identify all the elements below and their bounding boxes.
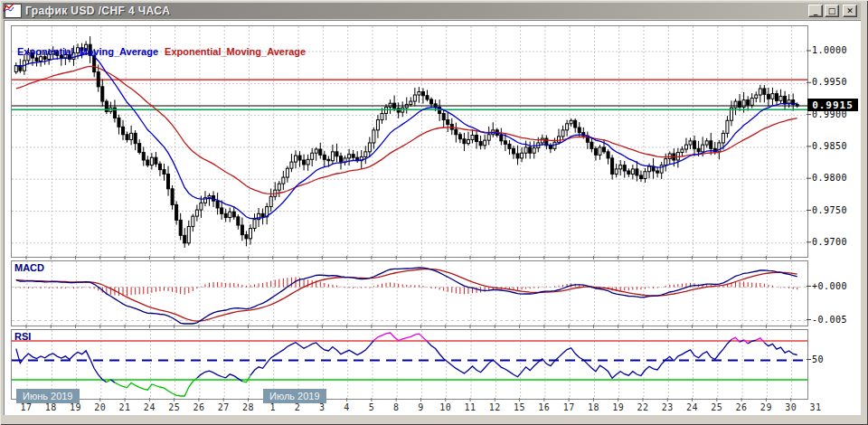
macd-panel[interactable] (11, 260, 808, 326)
date-label: 17 (20, 402, 32, 412)
date-label: 1 (270, 402, 277, 412)
date-label: 24 (144, 402, 156, 412)
month-label-july: Июль 2019 (263, 389, 326, 403)
macd-label: MACD (14, 262, 44, 273)
date-label: 16 (538, 402, 550, 412)
price-tick-label: 0.9800 (812, 173, 847, 183)
current-price-badge: 0.9915 (807, 99, 858, 111)
macd-tick-label: +0.000 (812, 281, 847, 291)
date-label: 5 (369, 402, 375, 412)
price-chart-panel[interactable] (11, 25, 808, 258)
date-label: 28 (242, 402, 254, 412)
date-label: 25 (711, 402, 722, 412)
price-tick-label: 0.9700 (812, 237, 847, 247)
ema-fast-label: Exponential_Moving_Average (17, 46, 158, 57)
date-label: 29 (760, 402, 772, 412)
date-label: 25 (168, 402, 180, 412)
date-label: 19 (70, 402, 81, 412)
chart-window: График USD /CHF 4 ЧАСА _ □ ✕ Exponential… (0, 0, 868, 425)
macd-tick-label: -0.005 (812, 315, 847, 325)
indicator-legend: Exponential_Moving_AverageExponential_Mo… (17, 46, 306, 57)
date-label: 2 (295, 402, 301, 412)
price-tick-label: 1.0000 (812, 45, 847, 55)
date-label: 24 (686, 402, 698, 412)
date-label: 26 (193, 402, 204, 412)
price-tick-label: 0.9950 (812, 77, 847, 87)
date-label: 3 (319, 402, 326, 412)
close-button[interactable]: ✕ (843, 5, 857, 17)
date-label: 21 (119, 402, 131, 412)
date-label: 20 (94, 402, 106, 412)
date-label: 18 (45, 402, 57, 412)
date-label: 22 (637, 402, 648, 412)
rsi-label: RSI (14, 331, 31, 342)
date-label: 30 (785, 402, 797, 412)
price-tick-label: 0.9850 (812, 141, 847, 151)
date-label: 27 (218, 402, 230, 412)
price-tick-label: 0.9750 (812, 205, 847, 215)
rsi-tick-label: 50 (812, 354, 824, 364)
date-label: 23 (662, 402, 674, 412)
date-label: 11 (465, 402, 476, 412)
ema-slow-label: Exponential_Moving_Average (165, 46, 306, 57)
title-bar[interactable]: График USD /CHF 4 ЧАСА _ □ ✕ (3, 3, 861, 19)
date-label: 18 (588, 402, 599, 412)
date-label: 26 (736, 402, 748, 412)
rsi-panel[interactable] (11, 329, 808, 400)
date-label: 15 (514, 402, 525, 412)
date-label: 17 (563, 402, 575, 412)
date-label: 12 (489, 402, 501, 412)
date-label: 19 (612, 402, 624, 412)
chart-icon (5, 4, 22, 18)
month-label-june: Июнь 2019 (16, 389, 80, 403)
date-label: 9 (418, 402, 424, 412)
minimize-button[interactable]: _ (808, 5, 823, 17)
date-label: 10 (439, 402, 451, 412)
date-label: 31 (809, 402, 821, 412)
date-label: 4 (344, 402, 350, 412)
window-title: График USD /CHF 4 ЧАСА (25, 5, 170, 17)
date-label: 8 (393, 402, 400, 412)
maximize-button[interactable]: □ (825, 5, 839, 17)
